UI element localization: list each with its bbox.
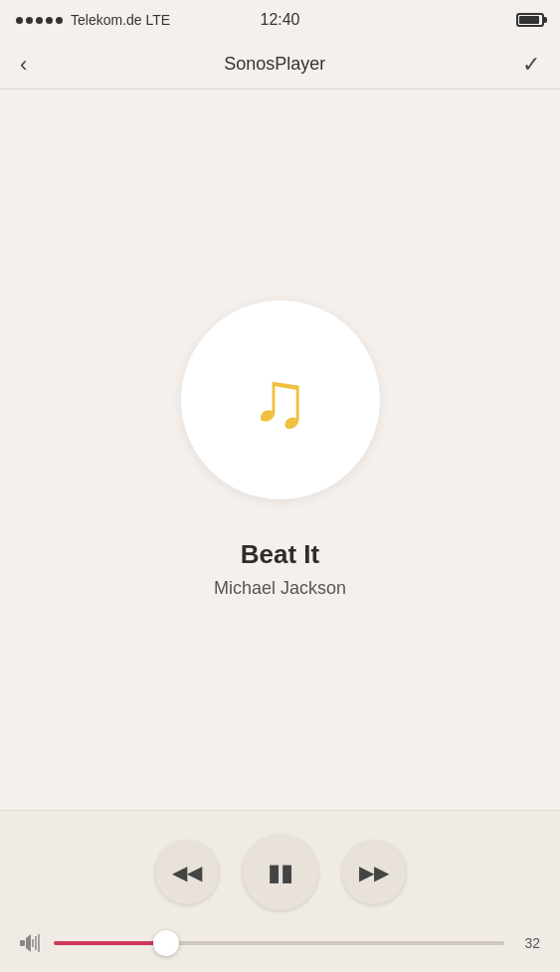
controls-section: ◀◀ ▮▮ ▶▶ 32 (0, 810, 560, 972)
signal-dot-3 (36, 17, 43, 24)
signal-dot-4 (46, 17, 53, 24)
volume-value: 32 (516, 935, 540, 951)
next-icon: ▶▶ (359, 861, 389, 884)
volume-low-icon (20, 934, 42, 952)
pause-icon: ▮▮ (268, 859, 293, 886)
carrier-text: Telekom.de LTE (71, 12, 170, 28)
volume-fill (54, 941, 166, 945)
status-right (516, 13, 544, 27)
nav-bar: ‹ SonosPlayer ✓ (0, 40, 560, 90)
svg-rect-0 (20, 940, 25, 946)
next-button[interactable]: ▶▶ (342, 841, 406, 904)
signal-dot-2 (26, 17, 33, 24)
music-note-icon: ♫ (251, 354, 310, 446)
status-time: 12:40 (260, 11, 299, 29)
volume-row: 32 (20, 934, 540, 952)
volume-thumb[interactable] (153, 930, 179, 956)
playback-controls: ◀◀ ▮▮ ▶▶ (20, 835, 540, 910)
pause-button[interactable]: ▮▮ (243, 835, 318, 910)
volume-slider[interactable] (54, 941, 504, 945)
battery-icon (516, 13, 544, 27)
track-title: Beat It (241, 539, 319, 570)
track-artist: Michael Jackson (214, 578, 346, 599)
confirm-button[interactable]: ✓ (514, 44, 548, 86)
signal-dots (16, 17, 63, 24)
status-left: Telekom.de LTE (16, 12, 170, 28)
prev-button[interactable]: ◀◀ (155, 841, 219, 904)
status-bar: Telekom.de LTE 12:40 (0, 0, 560, 40)
back-button[interactable]: ‹ (12, 44, 35, 86)
battery-fill (519, 16, 539, 24)
nav-title: SonosPlayer (224, 54, 325, 75)
signal-dot-5 (56, 17, 63, 24)
signal-dot-1 (16, 17, 23, 24)
prev-icon: ◀◀ (172, 861, 202, 884)
album-art: ♫ (181, 300, 380, 499)
main-content: ♫ Beat It Michael Jackson (0, 90, 560, 810)
